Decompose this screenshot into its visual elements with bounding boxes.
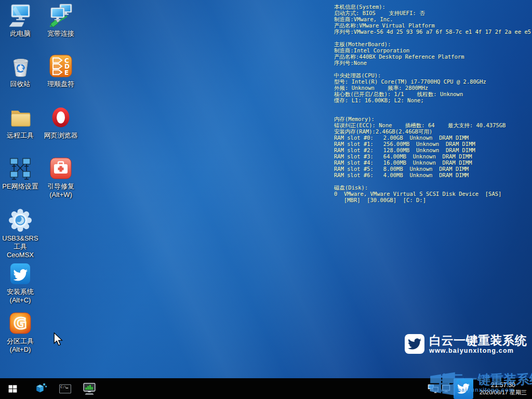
desktop-icon-recycle-bin[interactable]: 回收站 xyxy=(0,54,41,88)
drive-letters-icon: C D E xyxy=(48,54,73,78)
system-info-text: 本机信息(System): 启动方式: BIOS 支持UEFI: 否 制造商:V… xyxy=(334,4,532,203)
recycle-bin-icon xyxy=(8,54,33,78)
desktop-icon-remote-tools[interactable]: 远程工具 xyxy=(0,105,41,140)
performance-monitor-icon xyxy=(83,382,96,395)
mouse-cursor xyxy=(52,332,64,346)
clock-date: 2020/06/17 星期三 xyxy=(480,389,527,396)
folder-icon xyxy=(8,105,33,130)
icon-label: PE网络设置 xyxy=(0,182,41,191)
taskbar: C:\ xyxy=(0,378,532,399)
icon-label: 网页浏览器 xyxy=(41,131,81,140)
broadband-icon xyxy=(48,3,73,28)
install-system-bird-icon xyxy=(8,261,33,286)
svg-text:G: G xyxy=(14,314,27,332)
boot-repair-icon xyxy=(48,156,73,181)
tray-display-switch-icon[interactable] xyxy=(427,378,440,399)
icon-label: 回收站 xyxy=(0,80,41,88)
desktop-icon-web-browser[interactable]: 网页浏览器 xyxy=(41,105,81,140)
tray-network-icon[interactable] xyxy=(440,378,454,399)
taskbar-registry-tool-button[interactable] xyxy=(29,378,52,399)
desktop-icon-drive-letters[interactable]: C D E 理顺盘符 xyxy=(41,54,81,88)
desktop-icon-install-system[interactable]: 安装系统(Alt+C) xyxy=(0,261,41,304)
partition-tool-icon: G xyxy=(8,311,33,336)
icon-label: 远程工具 xyxy=(0,131,41,140)
desktop-icon-partition-tool[interactable]: G 分区工具(Alt+D) xyxy=(0,311,41,354)
icon-label: 宽带连接 xyxy=(41,30,81,38)
svg-text:E: E xyxy=(64,69,69,76)
icon-label: 理顺盘符 xyxy=(41,80,81,88)
command-prompt-icon: C:\ xyxy=(59,382,72,395)
windows-logo-icon xyxy=(8,384,18,394)
gear-flower-icon xyxy=(8,208,33,233)
blue-cubes-icon xyxy=(34,382,47,395)
desktop: 此电脑 回收站 远程工具 xyxy=(0,0,532,399)
icon-label: 引导修复(Alt+W) xyxy=(41,182,81,199)
brand-title: 白云一键重装系统 xyxy=(429,334,527,347)
clock-time: 21:57:30 xyxy=(480,381,527,389)
brand-url: www.baiyunxitong.com xyxy=(429,347,527,354)
start-button[interactable] xyxy=(1,378,24,399)
brand-logo: 白云一键重装系统 www.baiyunxitong.com xyxy=(405,334,527,354)
icon-label: USB3&SRS工具CeoMSX xyxy=(0,234,41,259)
desktop-icon-pe-network[interactable]: PE网络设置 xyxy=(0,156,41,191)
system-tray: 21:57:30 2020/06/17 星期三 xyxy=(427,378,532,399)
taskbar-task-manager-button[interactable] xyxy=(78,378,101,399)
icon-label: 此电脑 xyxy=(0,30,41,38)
icon-label: 安装系统(Alt+C) xyxy=(0,288,41,304)
tray-brand-bird-icon[interactable] xyxy=(454,378,473,399)
desktop-icon-this-pc[interactable]: 此电脑 xyxy=(0,3,41,38)
icon-label: 分区工具(Alt+D) xyxy=(0,337,41,354)
brand-bird-icon xyxy=(405,334,424,354)
taskbar-cmd-button[interactable]: C:\ xyxy=(54,378,76,399)
taskbar-clock[interactable]: 21:57:30 2020/06/17 星期三 xyxy=(473,381,532,396)
network-settings-icon xyxy=(8,156,33,181)
opera-browser-icon xyxy=(48,105,73,130)
desktop-icon-usb3-srs[interactable]: USB3&SRS工具CeoMSX xyxy=(0,208,41,259)
svg-text:C:\: C:\ xyxy=(60,385,66,389)
desktop-icon-boot-repair[interactable]: 引导修复(Alt+W) xyxy=(41,156,81,199)
desktop-icon-broadband[interactable]: 宽带连接 xyxy=(41,3,81,38)
this-pc-icon xyxy=(8,3,33,28)
